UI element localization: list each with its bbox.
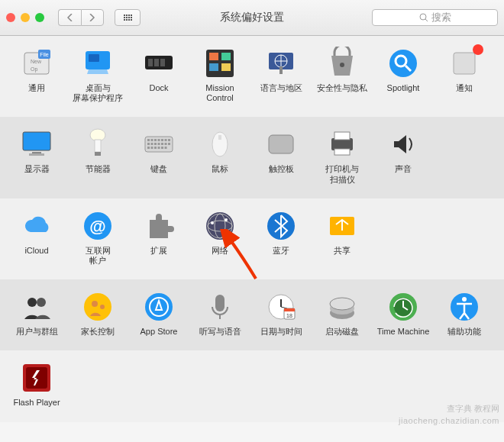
pref-language[interactable]: 语言与地区	[250, 47, 312, 103]
accessibility-label: 辅助功能	[447, 327, 481, 337]
svg-rect-11	[154, 59, 159, 66]
zoom-dot[interactable]	[35, 13, 44, 22]
svg-rect-45	[161, 143, 163, 145]
displays-icon	[20, 127, 53, 161]
datetime-icon: 18	[264, 290, 298, 324]
annotation-arrow	[214, 229, 275, 290]
forward-button[interactable]	[81, 9, 104, 26]
svg-rect-25	[454, 53, 475, 74]
svg-rect-36	[154, 139, 157, 141]
show-all-button[interactable]	[115, 9, 141, 26]
notifications-icon	[447, 47, 481, 80]
datetime-label: 日期与时间	[260, 327, 302, 337]
watermark-line2: jiaocheng.chazidian.com	[399, 416, 499, 425]
timemachine-label: Time Machine	[377, 327, 430, 337]
svg-rect-17	[221, 63, 231, 71]
pref-trackpad[interactable]: 触控板	[250, 127, 312, 184]
svg-point-93	[462, 297, 467, 302]
pref-notifications[interactable]: 通知	[434, 47, 495, 103]
pref-datetime[interactable]: 18日期与时间	[250, 290, 312, 337]
pref-flash[interactable]: Flash Player	[6, 361, 67, 408]
svg-rect-46	[165, 143, 167, 145]
svg-point-66	[211, 221, 214, 224]
sharing-label: 共享	[334, 246, 351, 256]
pref-accessibility[interactable]: 辅助功能	[434, 290, 495, 337]
prefs-row-4: Flash Player	[0, 350, 504, 421]
extensions-label: 扩展	[150, 246, 167, 256]
prefs-row-3: 用户与群组家长控制App Store听写与语音18日期与时间启动磁盘Time M…	[0, 279, 504, 350]
svg-rect-43	[154, 143, 157, 145]
bluetooth-label: 蓝牙	[273, 246, 289, 256]
svg-rect-40	[168, 139, 170, 141]
pref-general[interactable]: FileNewOp通用	[6, 47, 67, 103]
printers-icon	[325, 127, 359, 161]
pref-internet[interactable]: @互联网 帐户	[67, 209, 128, 266]
startup-label: 启动磁盘	[325, 327, 359, 337]
close-dot[interactable]	[6, 13, 15, 22]
svg-point-22	[389, 50, 417, 77]
keyboard-icon	[142, 127, 176, 161]
mission-icon	[203, 47, 237, 80]
pref-printers[interactable]: 打印机与 扫描仪	[312, 127, 373, 184]
pref-security[interactable]: 安全性与隐私	[312, 47, 373, 103]
internet-icon: @	[81, 209, 115, 243]
svg-rect-56	[269, 135, 293, 153]
svg-rect-52	[161, 147, 163, 149]
pref-desktop[interactable]: 桌面与 屏幕保护程序	[67, 47, 128, 103]
minimize-dot[interactable]	[21, 13, 30, 22]
accessibility-icon	[447, 290, 481, 324]
desktop-label: 桌面与 屏幕保护程序	[73, 83, 123, 103]
svg-rect-51	[158, 147, 160, 149]
pref-sharing[interactable]: 共享	[312, 209, 373, 266]
printers-label: 打印机与 扫描仪	[325, 164, 359, 184]
svg-point-67	[225, 218, 228, 221]
pref-dictation[interactable]: 听写与语音	[189, 290, 250, 337]
energy-icon	[81, 127, 115, 161]
svg-point-73	[37, 298, 46, 307]
extensions-icon	[142, 209, 176, 243]
svg-rect-44	[158, 143, 160, 145]
users-icon	[20, 290, 53, 324]
watermark-line1: 查字典 教程网	[447, 403, 499, 415]
svg-rect-55	[218, 135, 221, 140]
svg-rect-20	[279, 66, 283, 74]
appstore-label: App Store	[141, 327, 178, 337]
pref-energy[interactable]: 节能器	[67, 127, 128, 184]
pref-startup[interactable]: 启动磁盘	[312, 290, 373, 337]
pref-sound[interactable]: 声音	[373, 127, 434, 184]
svg-rect-58	[334, 132, 350, 140]
pref-keyboard[interactable]: 键盘	[128, 127, 189, 184]
pref-icloud[interactable]: iCloud	[6, 209, 67, 266]
dock-label: Dock	[149, 83, 168, 93]
pref-mission[interactable]: Mission Control	[189, 47, 250, 103]
pref-users[interactable]: 用户与群组	[6, 290, 67, 337]
svg-rect-42	[151, 143, 153, 145]
pref-appstore[interactable]: App Store	[128, 290, 189, 337]
svg-rect-10	[148, 59, 153, 66]
dock-icon	[142, 47, 176, 80]
trackpad-label: 触控板	[269, 164, 294, 174]
search-icon	[419, 13, 428, 22]
back-button[interactable]	[58, 9, 81, 26]
pref-timemachine[interactable]: Time Machine	[373, 290, 434, 337]
svg-point-0	[420, 14, 426, 20]
svg-rect-85	[284, 308, 295, 311]
pref-dock[interactable]: Dock	[128, 47, 189, 103]
svg-rect-79	[215, 295, 225, 311]
flash-label: Flash Player	[13, 398, 60, 408]
svg-rect-50	[154, 147, 157, 149]
svg-rect-32	[95, 152, 101, 156]
pref-parental[interactable]: 家长控制	[67, 290, 128, 337]
parental-icon	[81, 290, 115, 324]
search-field[interactable]: 搜索	[372, 9, 498, 26]
internet-label: 互联网 帐户	[86, 246, 111, 266]
titlebar: 系统偏好设置 搜索	[0, 0, 504, 36]
pref-displays[interactable]: 显示器	[6, 127, 67, 184]
svg-rect-39	[165, 139, 167, 141]
pref-spotlight[interactable]: Spotlight	[373, 47, 434, 103]
security-icon	[325, 47, 359, 80]
spotlight-label: Spotlight	[387, 83, 420, 93]
pref-mouse[interactable]: 鼠标	[189, 127, 250, 184]
dictation-label: 听写与语音	[199, 327, 241, 337]
pref-extensions[interactable]: 扩展	[128, 209, 189, 266]
